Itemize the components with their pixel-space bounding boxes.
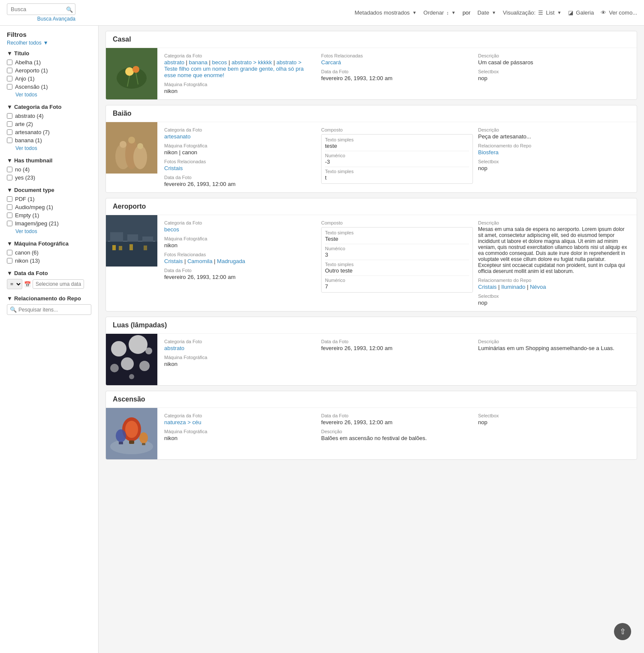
filter-doc-imagem-checkbox[interactable] bbox=[7, 221, 12, 226]
filter-cat-artesanato-checkbox[interactable] bbox=[7, 129, 12, 135]
casal-data-value: fevereiro 26, 1993, 12:00 am bbox=[321, 75, 473, 81]
galeria-control[interactable]: ◪ Galeria bbox=[568, 9, 594, 16]
filter-has-thumbnail-header[interactable]: ▼ Has thumbnail bbox=[7, 157, 91, 164]
filter-cat-arte-checkbox[interactable] bbox=[7, 121, 12, 127]
filter-titulo-ver-todos[interactable]: Ver todos bbox=[15, 92, 91, 98]
baiao-fotos-label: Fotos Relacionadas bbox=[164, 159, 316, 164]
filter-thumb-no-checkbox[interactable] bbox=[7, 167, 12, 172]
filter-data-foto-label: Data da Foto bbox=[14, 270, 48, 276]
filter-titulo-label: Título bbox=[14, 50, 29, 57]
aeroporto-fotos-link-madrugada[interactable]: Madrugada bbox=[217, 258, 245, 264]
visualizacao-control[interactable]: Visualização: ☰ List ▼ bbox=[503, 9, 562, 16]
casal-maquina-value: nikon bbox=[164, 88, 316, 94]
filter-cat-abstrato-checkbox[interactable] bbox=[7, 113, 12, 119]
casal-cat-link-abstrato-kkkkk[interactable]: abstrato > kkkkk bbox=[232, 59, 272, 66]
filter-doc-empty: Empty (1) bbox=[7, 212, 91, 219]
filter-document-type-header[interactable]: ▼ Document type bbox=[7, 187, 91, 193]
result-aeroporto-col1: Composto Texto simples Teste Numérico 3 … bbox=[321, 220, 473, 306]
metadados-control[interactable]: Metadados mostrados ▼ bbox=[355, 9, 417, 16]
filter-titulo-ascensao: Ascensão (1) bbox=[7, 84, 91, 90]
filter-doc-pdf: PDF (1) bbox=[7, 196, 91, 202]
aeroporto-desc-label: Descrição bbox=[478, 220, 630, 225]
filter-data-foto-header[interactable]: ▼ Data da Foto bbox=[7, 270, 91, 276]
result-aeroporto-col2: Descrição Mesas em uma sala de espera no… bbox=[478, 220, 630, 306]
filter-titulo: ▼ Título Abelha (1) Aeroporto (1) Anjo (… bbox=[7, 50, 91, 98]
visualizacao-label: Visualização: bbox=[503, 9, 536, 16]
filter-repo-header[interactable]: ▼ Relacionamento do Repo bbox=[7, 295, 91, 302]
filter-categoria-ver-todos[interactable]: Ver todos bbox=[15, 145, 91, 151]
scroll-top-button[interactable]: ⇧ bbox=[614, 623, 631, 640]
baiao-repo-value: Biosfera bbox=[478, 149, 630, 156]
luas-maquina-label: Máquina Fotográfica bbox=[164, 355, 316, 360]
filter-doc-imagem: Imagem/jpeg (21) bbox=[7, 220, 91, 227]
luas-desc-value: Luminárias em um Shopping assemelhando-s… bbox=[478, 345, 630, 351]
casal-fotos-link-carcara[interactable]: Carcará bbox=[321, 59, 341, 66]
filter-maq-nikon-checkbox[interactable] bbox=[7, 258, 12, 264]
filter-titulo-ascensao-checkbox[interactable] bbox=[7, 84, 12, 90]
date-op-select[interactable]: =<> bbox=[7, 279, 22, 289]
filter-maquina-header[interactable]: ▼ Máquina Fotográfica bbox=[7, 240, 91, 247]
recolher-todos-label: Recolher todos bbox=[7, 40, 42, 46]
aeroporto-repo-link-cristais[interactable]: Cristais bbox=[478, 284, 497, 290]
result-ascensao-thumb bbox=[106, 408, 157, 459]
baiao-fotos-link-cristais[interactable]: Cristais bbox=[164, 165, 183, 171]
filter-data-foto-arrow-icon: ▼ bbox=[7, 270, 12, 276]
filter-categoria-header[interactable]: ▼ Categoria da Foto bbox=[7, 104, 91, 110]
result-ascensao: Ascensão bbox=[105, 391, 637, 460]
filter-maquina: ▼ Máquina Fotográfica canon (6) nikon (1… bbox=[7, 240, 91, 264]
ordenar-control[interactable]: Ordenar ↕ ▼ bbox=[424, 9, 456, 16]
aeroporto-cat-link-becos[interactable]: becos bbox=[164, 226, 179, 233]
metadados-chevron-icon: ▼ bbox=[412, 10, 417, 15]
filter-cat-banana-checkbox[interactable] bbox=[7, 138, 12, 143]
date-input[interactable] bbox=[33, 279, 84, 289]
ver-como-control[interactable]: 👁 Ver como... bbox=[601, 9, 637, 16]
filter-thumb-no: no (4) bbox=[7, 166, 91, 173]
filter-doc-empty-checkbox[interactable] bbox=[7, 213, 12, 218]
aeroporto-data-label: Data da Foto bbox=[164, 268, 316, 273]
baiao-compound-num-value: -3 bbox=[325, 159, 469, 165]
baiao-select-value: nop bbox=[478, 165, 630, 171]
result-ascensao-col0: Categoria da Foto natureza > céu Máquina… bbox=[164, 413, 316, 454]
filter-titulo-abelha-checkbox[interactable] bbox=[7, 60, 12, 65]
list-chevron-icon: ▼ bbox=[557, 10, 561, 15]
filter-thumb-yes-label: yes (23) bbox=[15, 174, 35, 181]
filter-titulo-header[interactable]: ▼ Título bbox=[7, 50, 91, 57]
search-input[interactable] bbox=[7, 3, 75, 15]
busca-avancada-link[interactable]: Busca Avançada bbox=[7, 16, 75, 22]
ascensao-cat-link-natureza[interactable]: natureza > céu bbox=[164, 419, 201, 425]
filter-doc-pdf-checkbox[interactable] bbox=[7, 196, 12, 202]
aeroporto-fotos-link-camomila[interactable]: Camomila bbox=[187, 258, 213, 264]
repo-search-input[interactable] bbox=[18, 307, 88, 313]
casal-cat-link-abstrato[interactable]: abstrato bbox=[164, 59, 184, 66]
casal-desc-value: Um casal de pássaros bbox=[478, 59, 630, 66]
filter-titulo-anjo-checkbox[interactable] bbox=[7, 76, 12, 81]
recolher-todos-button[interactable]: Recolher todos ▼ bbox=[7, 40, 91, 46]
ascensao-thumb-image bbox=[106, 408, 157, 459]
filter-maq-canon-checkbox[interactable] bbox=[7, 250, 12, 255]
svg-rect-19 bbox=[112, 245, 116, 250]
filter-thumb-yes-checkbox[interactable] bbox=[7, 175, 12, 180]
casal-cat-link-becos[interactable]: becos bbox=[212, 59, 227, 66]
filter-doc-audio-checkbox[interactable] bbox=[7, 204, 12, 210]
filter-document-type-ver-todos[interactable]: Ver todos bbox=[15, 228, 91, 234]
search-icon[interactable]: 🔍 bbox=[66, 6, 73, 12]
filter-document-type-label: Document type bbox=[14, 187, 54, 193]
aeroporto-repo-link-iluminado[interactable]: Iluminado bbox=[501, 284, 525, 290]
svg-rect-22 bbox=[144, 246, 147, 250]
svg-point-2 bbox=[125, 67, 134, 76]
baiao-repo-link-biosfera[interactable]: Biosfera bbox=[478, 149, 499, 156]
aeroporto-desc-value: Mesas em uma sala de espera no aeroporto… bbox=[478, 226, 630, 274]
aeroporto-repo-link-nevoa[interactable]: Névoa bbox=[530, 284, 546, 290]
filter-titulo-aeroporto-checkbox[interactable] bbox=[7, 68, 12, 73]
aeroporto-maquina-value: nikon bbox=[164, 242, 316, 249]
result-aeroporto-data: Categoria da Foto becos Máquina Fotográf… bbox=[157, 215, 637, 311]
date-control[interactable]: Date ▼ bbox=[477, 9, 496, 16]
baiao-cat-link-artesanato[interactable]: artesanato bbox=[164, 133, 190, 140]
luas-cat-link-abstrato[interactable]: abstrato bbox=[164, 345, 184, 351]
aeroporto-fotos-label: Fotos Relacionadas bbox=[164, 252, 316, 257]
filter-document-type: ▼ Document type PDF (1) Audio/mpeg (1) E… bbox=[7, 187, 91, 234]
aeroporto-fotos-link-cristais[interactable]: Cristais bbox=[164, 258, 183, 264]
svg-point-38 bbox=[139, 432, 148, 443]
casal-cat-link-banana[interactable]: banana bbox=[189, 59, 208, 66]
ascensao-desc-label: Descrição bbox=[321, 429, 473, 434]
